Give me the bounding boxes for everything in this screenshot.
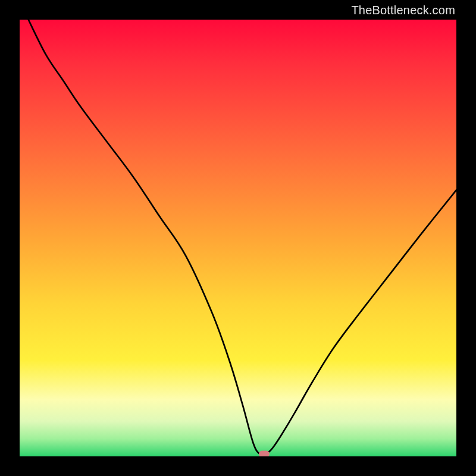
watermark-text: TheBottleneck.com: [351, 4, 455, 17]
chart-frame: TheBottleneck.com: [0, 0, 476, 476]
bottleneck-marker: [259, 451, 270, 456]
bottleneck-curve: [20, 20, 456, 456]
plot-area: [20, 20, 456, 456]
